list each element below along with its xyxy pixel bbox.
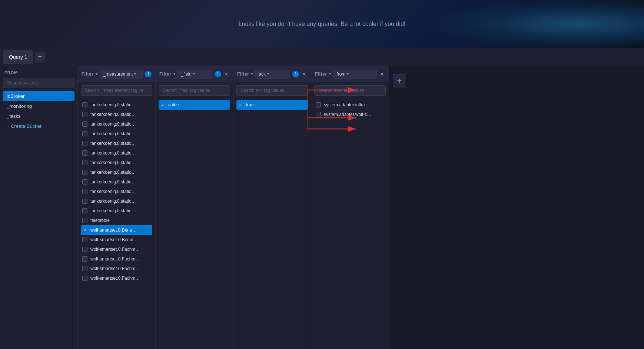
checkbox-1-0[interactable]	[160, 102, 165, 107]
checkbox-3-0[interactable]	[316, 102, 321, 107]
filter-chevron-0: ▾	[96, 72, 97, 76]
filter-search-from[interactable]	[314, 85, 386, 96]
measurement-dropdown-icon: ▾	[134, 72, 136, 76]
checkbox-0-16[interactable]	[82, 256, 87, 262]
checkbox-0-6[interactable]	[82, 160, 87, 165]
checkbox-0-18[interactable]	[82, 276, 87, 281]
checkbox-0-4[interactable]	[82, 141, 87, 146]
filter-column-measurement: Filter ▾ _measurement ▾ 1 tankerkoenig.0…	[78, 66, 156, 349]
filter-header-measurement: Filter ▾ _measurement ▾ 1	[78, 66, 155, 82]
checkbox-3-1[interactable]	[316, 112, 321, 117]
from-dropdown-icon: ▾	[347, 72, 349, 76]
checkbox-0-8[interactable]	[82, 179, 87, 185]
list-item[interactable]: tankerkoenig.0.statio…	[81, 100, 152, 110]
list-item[interactable]: system.adapter.influx…	[314, 100, 386, 110]
bucket-item-monitoring[interactable]: _monitoring	[3, 101, 74, 111]
list-item-selected[interactable]: wolf-smartset.0.Benu…	[81, 225, 152, 235]
list-item-selected[interactable]: true	[236, 100, 308, 110]
query-tab-1[interactable]: Query 1	[3, 50, 33, 64]
list-item[interactable]: wolf-smartset.0.Fachm…	[81, 264, 152, 273]
create-bucket-button[interactable]: + Create Bucket	[3, 121, 74, 131]
banner-message: Looks like you don't have any queries. B…	[239, 21, 405, 27]
filter-label-3: Filter	[315, 72, 327, 77]
checkbox-0-2[interactable]	[82, 122, 87, 127]
filter-label-1: Filter	[159, 72, 171, 77]
checkbox-0-0[interactable]	[82, 102, 87, 107]
filters-area: Filter ▾ _measurement ▾ 1 tankerkoenig.0…	[78, 66, 644, 349]
filter-items-from: system.adapter.influx… system.adapter.wo…	[311, 99, 389, 349]
filter-header-field: Filter ▾ _field ▾ 1 ✕	[156, 66, 233, 82]
list-item[interactable]: tankerkoenig.0.statio…	[81, 187, 152, 196]
filter-close-field[interactable]: ✕	[223, 70, 229, 78]
list-item[interactable]: tankerkoenig.0.statio…	[81, 196, 152, 206]
checkbox-0-7[interactable]	[82, 170, 87, 175]
list-item[interactable]: tankerkoenig.0.statio…	[81, 139, 152, 148]
checkbox-0-5[interactable]	[82, 150, 87, 156]
filter-chevron-2: ▾	[251, 72, 253, 76]
banner-graphic	[422, 0, 644, 48]
checkbox-0-17[interactable]	[82, 266, 87, 271]
filter-close-from[interactable]: ✕	[379, 70, 385, 78]
list-item[interactable]: tankerkoenig.0.statio…	[81, 167, 152, 177]
list-item[interactable]: wolf-smartset.0.Benut…	[81, 235, 152, 245]
list-item[interactable]: tankerkoenig.0.statio…	[81, 158, 152, 167]
filter-search-measurement[interactable]	[81, 85, 152, 96]
checkbox-0-3[interactable]	[82, 131, 87, 136]
checkbox-0-13[interactable]	[82, 227, 87, 233]
filter-badge-ack: 1	[292, 71, 299, 77]
from-sidebar: FROM ioBroker _monitoring _tasks + Creat…	[0, 66, 78, 349]
list-item[interactable]: tankerkoenig.0.statio…	[81, 177, 152, 187]
filter-tag-from[interactable]: from ▾	[333, 70, 377, 79]
add-tab-button[interactable]: +	[35, 52, 45, 62]
checkbox-2-0[interactable]	[238, 102, 243, 107]
checkbox-0-1[interactable]	[82, 112, 87, 117]
tab-bar: Query 1 +	[0, 48, 644, 66]
filter-label-2: Filter	[237, 72, 249, 77]
filter-items-ack: true	[233, 99, 311, 349]
search-buckets-input[interactable]	[3, 78, 74, 88]
checkbox-0-14[interactable]	[82, 237, 87, 242]
list-item[interactable]: tankerkoenig.0.statio…	[81, 148, 152, 158]
list-item[interactable]: tankerkoenig.0.statio…	[81, 206, 152, 216]
list-item[interactable]: system.adapter.wolf-s…	[314, 110, 386, 119]
bucket-item-iobroker[interactable]: ioBroker	[3, 91, 74, 101]
add-filter-button[interactable]: +	[393, 74, 406, 87]
list-item-selected[interactable]: value	[159, 100, 230, 110]
filter-tag-measurement[interactable]: _measurement ▾	[100, 70, 143, 79]
filter-chevron-3: ▾	[329, 72, 331, 76]
filter-column-ack: Filter ▾ ack ▾ 1 ✕ true	[233, 66, 311, 349]
filter-chevron-1: ▾	[173, 72, 175, 76]
filter-header-from: Filter ▾ from ▾ ✕	[311, 66, 389, 82]
main-content: FROM ioBroker _monitoring _tasks + Creat…	[0, 66, 644, 349]
filter-search-field[interactable]	[159, 85, 230, 96]
list-item[interactable]: teletabbie	[81, 216, 152, 225]
checkbox-0-11[interactable]	[82, 208, 87, 213]
top-banner: Looks like you don't have any queries. B…	[0, 0, 644, 48]
list-item[interactable]: tankerkoenig.0.statio…	[81, 119, 152, 129]
ack-dropdown-icon: ▾	[267, 72, 269, 76]
filter-close-ack[interactable]: ✕	[301, 70, 307, 78]
filter-header-ack: Filter ▾ ack ▾ 1 ✕	[233, 66, 311, 82]
field-dropdown-icon: ▾	[193, 72, 195, 76]
list-item[interactable]: wolf-smartset.0.Fachm…	[81, 273, 152, 283]
from-label: FROM	[3, 70, 74, 75]
list-item[interactable]: wolf-smartset.0.Fachm…	[81, 254, 152, 264]
filter-items-field: value	[156, 99, 233, 349]
checkbox-0-9[interactable]	[82, 189, 87, 194]
checkbox-0-12[interactable]	[82, 218, 87, 223]
filter-tag-ack[interactable]: ack ▾	[255, 70, 290, 79]
list-item[interactable]: wolf-smartset.0.Fachm…	[81, 245, 152, 254]
checkbox-0-15[interactable]	[82, 247, 87, 252]
filter-label-0: Filter	[82, 72, 93, 77]
filter-column-from: Filter ▾ from ▾ ✕ system.adapter.influx……	[311, 66, 389, 349]
filter-search-ack[interactable]	[236, 85, 308, 96]
query-tab-1-label: Query 1	[9, 54, 27, 60]
filter-tag-field[interactable]: _field ▾	[177, 70, 212, 79]
filter-items-measurement: tankerkoenig.0.statio… tankerkoenig.0.st…	[78, 99, 155, 349]
bucket-item-tasks[interactable]: _tasks	[3, 111, 74, 121]
filter-badge-measurement: 1	[145, 71, 152, 77]
checkbox-0-10[interactable]	[82, 199, 87, 204]
list-item[interactable]: tankerkoenig.0.statio…	[81, 129, 152, 139]
list-item[interactable]: tankerkoenig.0.statio…	[81, 110, 152, 119]
filter-badge-field: 1	[215, 71, 221, 77]
